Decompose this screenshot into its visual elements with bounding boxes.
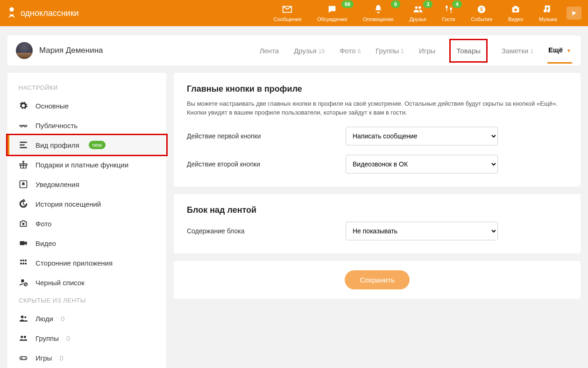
logo-text: одноклассники (21, 8, 79, 18)
first-button-select[interactable]: Написать сообщение (346, 127, 498, 145)
messages-icon (281, 4, 294, 14)
sidebar-zero: 0 (61, 315, 64, 323)
section-title: Блок над лентой (187, 205, 567, 215)
sidebar-item-blacklist[interactable]: Черный список (7, 273, 166, 292)
videocam-icon (19, 238, 28, 248)
nav-label: Музыка (539, 16, 557, 22)
sidebar-heading-settings: НАСТРОЙКИ (7, 84, 166, 96)
sidebar-item-history[interactable]: История посещений (7, 194, 166, 214)
sidebar-zero: 0 (59, 354, 63, 362)
nav-friends[interactable]: 3 Друзья (410, 4, 426, 22)
save-button[interactable]: Сохранить (345, 270, 410, 289)
tab-notes[interactable]: Заметки1 (501, 45, 534, 57)
nav-label: Обсуждения (317, 16, 347, 22)
tab-label: Фото (340, 47, 355, 55)
layout-icon (19, 140, 28, 150)
sidebar-item-groups[interactable]: Группы 0 (7, 328, 166, 348)
sidebar-item-label: Группы (35, 334, 59, 342)
tab-photo[interactable]: Фото6 (339, 45, 361, 57)
sidebar-item-gamepad[interactable]: Игры 0 (7, 348, 166, 368)
nav-music[interactable]: Музыка (539, 4, 557, 22)
nav-label: Гости (442, 16, 455, 22)
tab-friends[interactable]: Друзья19 (293, 45, 326, 57)
play-tile[interactable] (567, 7, 581, 20)
nav-label: События (471, 16, 492, 22)
nav-video[interactable]: Видео (508, 4, 523, 22)
tab-games[interactable]: Игры (418, 45, 436, 57)
nav-label: Оповещения (363, 16, 394, 22)
music-icon (542, 4, 555, 14)
tab-count: 1 (530, 48, 533, 55)
section-desc: Вы можете настраивать две главных кнопки… (187, 100, 567, 117)
tab-count: 19 (319, 48, 325, 55)
video-icon (509, 4, 522, 14)
apps-icon (19, 258, 28, 267)
sidebar-item-label: Черный список (35, 279, 85, 287)
nav-label: Сообщения (273, 16, 301, 22)
tab-label: Игры (419, 47, 435, 55)
sidebar-item-label: Игры (35, 354, 52, 362)
tab-groups[interactable]: Группы1 (375, 45, 405, 57)
discussions-icon (326, 4, 339, 14)
profile-nav: Мария Деменина ЛентаДрузья19Фото6Группы1… (7, 36, 581, 65)
sidebar-item-label: Основные (35, 102, 69, 110)
sidebar-item-layout[interactable]: Вид профиля new (7, 135, 166, 155)
friends-icon (411, 4, 425, 14)
feed-block-label: Содержание блока (187, 227, 346, 235)
user-name[interactable]: Мария Деменина (39, 46, 103, 55)
sidebar-item-label: Фото (35, 220, 51, 228)
tab-feed[interactable]: Лента (259, 45, 280, 57)
tab-label: Товары (456, 47, 481, 55)
groups-icon (19, 333, 28, 343)
sidebar-item-label: Подарки и платные функции (35, 161, 128, 169)
sidebar-item-label: Уведомления (35, 180, 79, 188)
badge: 98 (341, 0, 354, 8)
nav-notifications[interactable]: 9 Оповещения (363, 4, 394, 22)
sidebar-item-label: Вид профиля (35, 141, 79, 149)
tab-more[interactable]: Ещё (547, 44, 572, 64)
badge: 4 (452, 0, 461, 8)
events-icon (475, 4, 488, 14)
sidebar-item-gear[interactable]: Основные (7, 96, 166, 115)
tab-label: Группы (375, 47, 399, 55)
gift-icon (19, 160, 28, 169)
site-logo[interactable]: одноклассники (7, 7, 79, 20)
sidebar-item-label: История посещений (35, 200, 101, 208)
tab-products[interactable]: Товары (449, 39, 488, 63)
nav-discussions[interactable]: 98 Обсуждения (317, 4, 347, 22)
glasses-icon (19, 121, 28, 130)
notifications-icon (372, 4, 385, 14)
sidebar-item-apps[interactable]: Сторонние приложения (7, 253, 166, 273)
section-profile-buttons: Главные кнопки в профиле Вы можете настр… (174, 73, 581, 187)
settings-sidebar: НАСТРОЙКИ Основные Публичность Вид профи… (7, 73, 166, 368)
nav-guests[interactable]: 4 Гости (442, 4, 455, 22)
nav-messages[interactable]: Сообщения (273, 4, 301, 22)
gear-icon (19, 101, 28, 110)
sidebar-item-label: Видео (35, 239, 56, 247)
second-button-label: Действие второй кнопки (187, 160, 346, 168)
bell-box-icon (19, 180, 28, 189)
second-button-select[interactable]: Видеозвонок в ОК (346, 155, 498, 173)
tab-label: Ещё (548, 46, 563, 54)
gamepad-icon (19, 353, 28, 362)
sidebar-item-people[interactable]: Люди 0 (7, 309, 166, 328)
section-title: Главные кнопки в профиле (187, 84, 567, 94)
sidebar-zero: 0 (66, 334, 70, 342)
sidebar-heading-hidden: СКРЫТЫЕ ИЗ ЛЕНТЫ (7, 297, 166, 309)
avatar[interactable] (16, 42, 33, 59)
sidebar-item-bell-box[interactable]: Уведомления (7, 174, 166, 194)
nav-events[interactable]: События (471, 4, 492, 22)
sidebar-item-camera[interactable]: Фото (7, 214, 166, 233)
sidebar-item-glasses[interactable]: Публичность (7, 115, 166, 135)
sidebar-item-gift[interactable]: Подарки и платные функции (7, 155, 166, 174)
tab-label: Друзья (294, 47, 317, 55)
blacklist-icon (19, 278, 28, 287)
badge: 3 (423, 0, 432, 8)
history-icon (19, 199, 28, 209)
sidebar-item-label: Сторонние приложения (35, 259, 113, 267)
tab-label: Лента (260, 47, 279, 55)
feed-block-select[interactable]: Не показывать (346, 222, 498, 240)
sidebar-item-videocam[interactable]: Видео (7, 233, 166, 253)
badge: 9 (391, 0, 400, 8)
first-button-label: Действие первой кнопки (187, 132, 346, 140)
